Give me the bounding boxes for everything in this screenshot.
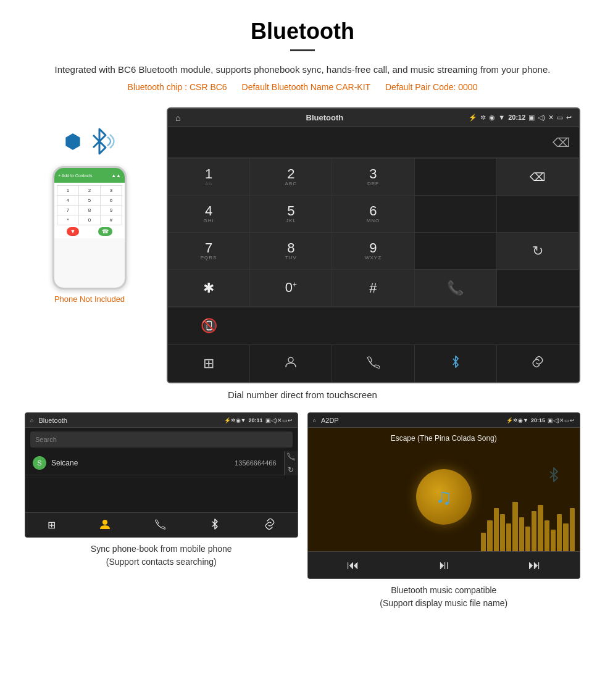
pb-avatar: S	[33, 456, 46, 470]
bluetooth-action-icon	[449, 355, 462, 372]
key-5[interactable]: 5 JKL	[250, 196, 332, 233]
pb-contact-name: Seicane	[51, 459, 235, 467]
phone-key-1[interactable]: 1	[57, 186, 78, 195]
key-end-call[interactable]: 📵	[168, 307, 250, 344]
link-icon	[531, 355, 544, 372]
key-empty-1	[415, 159, 497, 196]
eq-bars	[481, 496, 580, 551]
phone-key-9[interactable]: 9	[101, 206, 122, 215]
key-hash[interactable]: #	[332, 270, 414, 307]
pb-spacer	[25, 475, 298, 512]
pb-bottom-phone-icon[interactable]	[154, 519, 165, 532]
phone-signal-icon: ▲▲	[111, 173, 121, 178]
back-icon[interactable]: ↩	[566, 114, 572, 122]
pb-refresh-sidebar-icon[interactable]: ↻	[288, 465, 294, 474]
key-star[interactable]: ✱	[168, 270, 250, 307]
action-bluetooth[interactable]	[415, 345, 497, 382]
eq-bar	[481, 533, 486, 551]
clock: 20:12	[508, 114, 525, 122]
next-track-icon[interactable]: ⏭	[528, 558, 541, 572]
action-link[interactable]	[497, 345, 579, 382]
music-bt-icon: ✲	[513, 417, 518, 423]
status-icons: ⚡ ✲ ◉ ▼ 20:12 ▣ ◁) ✕ ▭ ↩	[469, 114, 572, 122]
key-call-green[interactable]: 📞	[415, 270, 497, 307]
main-section: ⬢ + Add to Contacts ▲▲	[25, 107, 580, 383]
eq-bar	[570, 508, 575, 551]
bt-status-icon: ✲	[480, 114, 486, 122]
music-back-icon[interactable]: ↩	[570, 417, 575, 423]
pb-call-sidebar-icon[interactable]	[287, 452, 295, 462]
pb-bottom-bt-icon[interactable]	[209, 519, 220, 532]
key-3[interactable]: 3 DEF	[332, 159, 414, 196]
specs: Bluetooth chip : CSR BC6 Default Bluetoo…	[25, 82, 580, 92]
phone-key-7[interactable]: 7	[57, 206, 78, 215]
album-art: ♫	[416, 469, 472, 525]
phone-key-0[interactable]: 0	[79, 215, 100, 225]
pb-contact-row[interactable]: S Seicane 13566664466	[25, 451, 284, 475]
pb-bottom-keypad-icon[interactable]: ⊞	[48, 519, 56, 531]
pb-signal-icon: ▼	[241, 417, 246, 423]
eq-bar	[557, 514, 562, 551]
key-refresh[interactable]: ↻	[497, 233, 579, 270]
key-7[interactable]: 7 PQRS	[168, 233, 250, 270]
end-call-row: 📵	[168, 307, 579, 344]
key-9[interactable]: 9 WXYZ	[332, 233, 414, 270]
action-contacts[interactable]	[250, 345, 332, 382]
music-title: A2DP	[321, 417, 506, 424]
phone-key-6[interactable]: 6	[101, 196, 122, 205]
key-backspace[interactable]: ⌫	[497, 159, 579, 196]
phone-key-star[interactable]: *	[57, 215, 78, 225]
action-phone[interactable]	[332, 345, 414, 382]
bluetooth-area: ⬢	[64, 126, 115, 157]
action-keypad[interactable]: ⊞	[168, 345, 250, 382]
key-1[interactable]: 1 ⌂⌂	[168, 159, 250, 196]
phone-key-2[interactable]: 2	[79, 186, 100, 195]
phone-key-hash[interactable]: #	[101, 215, 122, 225]
key-8[interactable]: 8 TUV	[250, 233, 332, 270]
phone-end-btn[interactable]: ▼	[67, 227, 80, 236]
music-body: Escape (The Pina Colada Song) ♫	[308, 428, 580, 551]
eq-bar	[551, 530, 556, 551]
key-empty-5	[497, 270, 579, 307]
eq-bar	[532, 511, 536, 551]
prev-track-icon[interactable]: ⏮	[347, 558, 359, 572]
play-pause-icon[interactable]: ⏯	[438, 558, 450, 572]
pb-bottom-link-icon[interactable]	[264, 519, 275, 532]
key-2[interactable]: 2 ABC	[250, 159, 332, 196]
music-album-area: ♫	[308, 443, 580, 551]
phone-contact-label: + Add to Contacts	[58, 173, 92, 178]
pb-back-icon[interactable]: ↩	[288, 417, 293, 423]
phone-key-3[interactable]: 3	[101, 186, 122, 195]
bluetooth-symbol-icon: ⬢	[64, 130, 81, 153]
eq-bar	[544, 520, 549, 551]
music-close-icon: ✕	[559, 417, 564, 423]
phone-key-8[interactable]: 8	[79, 206, 100, 215]
pb-search-bar[interactable]: Search	[30, 431, 293, 448]
phone-call-btn[interactable]: ☎	[98, 227, 112, 236]
key-6[interactable]: 6 MNO	[332, 196, 414, 233]
usb-icon: ⚡	[469, 114, 477, 122]
keypad-grid: 1 ⌂⌂ 2 ABC 3 DEF ⌫ 4 GHI	[168, 158, 579, 307]
music-controls: ⏮ ⏯ ⏭	[308, 551, 580, 578]
backspace-button[interactable]: ⌫	[553, 135, 570, 150]
spec-code: Default Pair Code: 0000	[385, 82, 477, 92]
description: Integrated with BC6 Bluetooth module, su…	[25, 62, 580, 77]
phone-not-included-label: Phone Not Included	[54, 294, 125, 304]
pb-cam-icon: ▣	[265, 417, 271, 423]
home-icon[interactable]: ⌂	[175, 113, 180, 123]
pb-search-placeholder: Search	[35, 436, 57, 443]
phone-key-5[interactable]: 5	[79, 196, 100, 205]
pb-screen-icon: ▭	[282, 417, 288, 423]
music-home-icon: ⌂	[313, 417, 316, 423]
music-screen: ⌂ A2DP ⚡ ✲ ◉ ▼ 20:15 ▣ ◁) ✕ ▭ ↩ Escape (…	[307, 412, 581, 579]
music-screen-icon: ▭	[564, 417, 570, 423]
pb-bottom-person-icon[interactable]	[99, 519, 111, 532]
key-0[interactable]: 0+	[250, 270, 332, 307]
signal-icon: ▼	[498, 114, 505, 122]
music-note-icon: ♫	[435, 484, 452, 510]
phone-bottom-row: ▼ ☎	[57, 227, 122, 236]
pb-close-icon: ✕	[277, 417, 282, 423]
phone-key-4[interactable]: 4	[57, 196, 78, 205]
key-4[interactable]: 4 GHI	[168, 196, 250, 233]
screen-status-icon: ▭	[557, 114, 563, 122]
